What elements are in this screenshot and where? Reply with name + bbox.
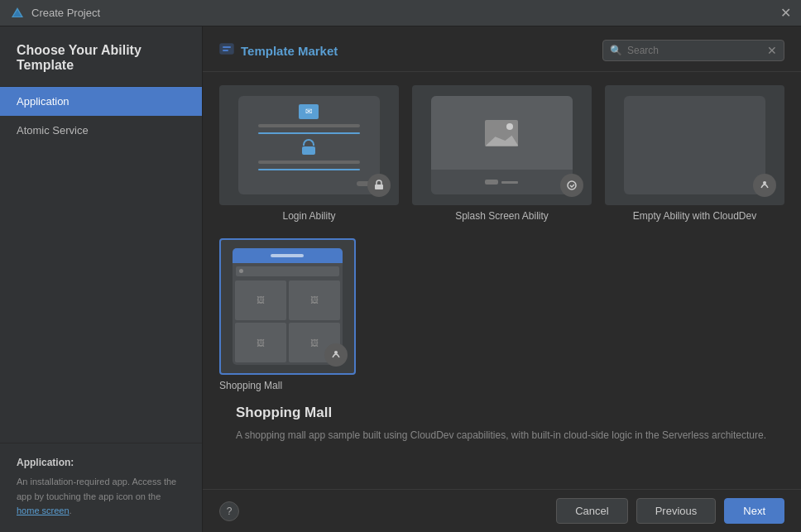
- sidebar-item-application[interactable]: Application: [0, 87, 202, 116]
- shopping-mall-section: 🖼 🖼 🖼 🖼: [219, 238, 784, 391]
- template-market-icon: [219, 41, 234, 60]
- splash-screen-badge: [560, 174, 583, 197]
- description-title: Shopping Mall: [236, 405, 768, 421]
- template-card-splash-screen-label: Splash Screen Ability: [455, 210, 549, 222]
- templates-scroll[interactable]: ✉: [203, 72, 801, 489]
- lock-icon: [301, 139, 316, 156]
- sm-header-line: [271, 254, 304, 257]
- svg-rect-2: [220, 44, 233, 54]
- svg-rect-3: [223, 46, 231, 48]
- sm-grid-item-1: 🖼: [235, 280, 286, 320]
- title-bar: Create Project ✕: [0, 0, 801, 26]
- sidebar: Choose Your Ability Template Application…: [0, 26, 203, 532]
- close-button[interactable]: ✕: [780, 7, 791, 20]
- search-icon: 🔍: [610, 45, 622, 56]
- la-underline-2: [258, 169, 361, 170]
- sidebar-items: Application Atomic Service: [0, 87, 202, 443]
- la-line-2: [258, 161, 361, 164]
- splash-visual: [431, 96, 572, 195]
- content-header: Template Market 🔍 ✕: [203, 26, 801, 72]
- shopping-mall-badge: [324, 343, 348, 367]
- sm-grid-item-3: 🖼: [235, 323, 286, 362]
- shopping-mall-image[interactable]: 🖼 🖼 🖼 🖼: [219, 238, 356, 375]
- svg-rect-5: [375, 185, 383, 189]
- main-container: Choose Your Ability Template Application…: [0, 26, 801, 532]
- lock-top: [303, 139, 314, 146]
- svg-point-7: [763, 181, 766, 185]
- sm-grid-img-icon-1: 🖼: [257, 295, 265, 304]
- shopping-mall-card[interactable]: 🖼 🖼 🖼 🖼: [219, 238, 356, 391]
- sm-search-dot: [239, 269, 243, 273]
- splash-bottom: [431, 170, 572, 194]
- sm-grid-img-icon-3: 🖼: [257, 338, 265, 347]
- sm-grid-item-2: 🖼: [289, 280, 340, 320]
- sidebar-item-atomic-service-label: Atomic Service: [17, 124, 89, 137]
- template-card-splash-screen-image[interactable]: [412, 85, 592, 205]
- templates-grid: ✉: [219, 85, 784, 222]
- sm-search-bar: [236, 266, 338, 276]
- email-icon: ✉: [299, 104, 319, 119]
- sm-header-bar: [233, 248, 342, 263]
- title-bar-title: Create Project: [31, 7, 100, 19]
- sidebar-heading: Choose Your Ability Template: [0, 26, 202, 87]
- template-card-empty-ability-label: Empty Ability with CloudDev: [633, 210, 756, 222]
- app-logo-icon: [10, 6, 25, 21]
- splash-bar-1: [485, 180, 498, 185]
- template-market-label: Template Market: [219, 41, 338, 60]
- sidebar-footer: Application: An installation-required ap…: [0, 443, 202, 532]
- cancel-button[interactable]: Cancel: [556, 498, 627, 524]
- template-card-login-ability-image[interactable]: ✉: [219, 85, 399, 205]
- home-screen-link[interactable]: home screen: [17, 506, 70, 515]
- sidebar-item-application-label: Application: [17, 95, 70, 108]
- content-area: Template Market 🔍 ✕ ✉: [203, 26, 801, 532]
- template-card-login-ability[interactable]: ✉: [219, 85, 399, 222]
- template-card-splash-screen[interactable]: Splash Screen Ability: [412, 85, 592, 222]
- login-ability-visual: ✉: [238, 96, 379, 195]
- la-dots: [245, 181, 372, 186]
- sm-grid-img-icon-2: 🖼: [310, 295, 319, 304]
- svg-point-6: [568, 181, 576, 189]
- search-input[interactable]: [627, 45, 762, 56]
- footer-bar: ? Cancel Previous Next: [203, 489, 801, 532]
- template-market-text: Template Market: [241, 44, 338, 58]
- splash-dash: [501, 181, 518, 184]
- la-underline-1: [258, 132, 361, 134]
- sidebar-footer-title: Application:: [17, 457, 185, 468]
- description-section: Shopping Mall A shopping mall app sample…: [219, 405, 784, 453]
- title-bar-left: Create Project: [10, 6, 100, 21]
- splash-top: [431, 96, 572, 170]
- shopping-mall-row: 🖼 🖼 🖼 🖼: [219, 238, 784, 391]
- la-line-1: [258, 124, 361, 127]
- template-card-login-ability-label: Login Ability: [282, 210, 335, 222]
- svg-rect-4: [223, 50, 228, 51]
- login-ability-badge: [367, 174, 391, 197]
- svg-point-8: [334, 351, 338, 354]
- help-button[interactable]: ?: [219, 501, 239, 521]
- splash-image-icon: [485, 120, 518, 146]
- description-text: A shopping mall app sample built using C…: [236, 428, 768, 443]
- search-box[interactable]: 🔍 ✕: [602, 40, 784, 61]
- search-clear-icon[interactable]: ✕: [767, 44, 777, 57]
- sidebar-footer-desc: An installation-required app. Access the…: [17, 475, 185, 519]
- next-button[interactable]: Next: [724, 498, 784, 524]
- shopping-mall-card-label: Shopping Mall: [219, 380, 282, 391]
- template-card-empty-ability-image[interactable]: [605, 85, 784, 205]
- sidebar-item-atomic-service[interactable]: Atomic Service: [0, 116, 202, 145]
- empty-ability-badge: [753, 174, 776, 197]
- lock-body: [302, 146, 315, 155]
- sm-grid-img-icon-4: 🖼: [310, 338, 319, 347]
- previous-button[interactable]: Previous: [636, 498, 717, 524]
- empty-visual: [624, 96, 765, 195]
- template-card-empty-ability[interactable]: Empty Ability with CloudDev: [605, 85, 784, 222]
